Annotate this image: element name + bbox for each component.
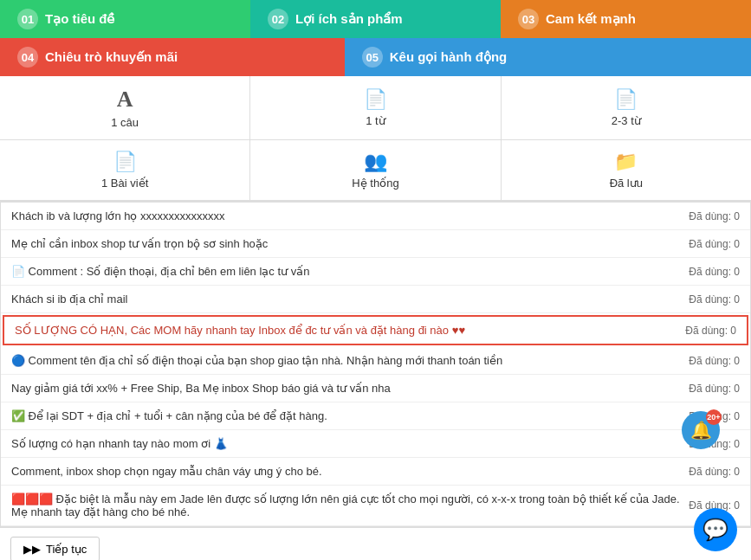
list-item[interactable]: Khách ib và lượng lớn họ xxxxxxxxxxxxxxx…	[1, 203, 750, 230]
one-sentence-label: 1 câu	[111, 116, 139, 129]
list-item[interactable]: Comment, inbox shop chọn ngay mẫu chân v…	[1, 458, 750, 486]
list-item-text: 📄 Comment : Số điện thoại, địa chỉ bên e…	[11, 265, 680, 278]
list-item[interactable]: SỐ LƯỢNG CÓ HẠN, Các MOM hãy nhanh tay I…	[3, 315, 748, 345]
content-list: Khách ib và lượng lớn họ xxxxxxxxxxxxxxx…	[0, 202, 751, 527]
list-item-count: Đã dùng: 0	[689, 238, 740, 250]
doc-icon-1: 📄	[364, 88, 387, 111]
list-item-count: Đã dùng: 0	[689, 293, 740, 306]
tab-num-2: 02	[268, 9, 288, 29]
tab-num-5: 05	[362, 47, 383, 68]
list-item-text: Comment, inbox shop chọn ngay mẫu chân v…	[11, 465, 680, 478]
next-label: Tiếp tục	[46, 543, 87, 556]
list-item[interactable]: Nay giảm giá tới xx% + Free Ship, Ba Mẹ …	[1, 375, 750, 402]
list-item-text: 🟥🟥🟥 Đặc biệt là mẫu này em Jade lên được…	[11, 492, 680, 518]
icon-saved[interactable]: 📁 Đã lưu	[502, 140, 751, 200]
tab-label-3: Cam kết mạnh	[546, 11, 636, 27]
list-item-text: Khách si ib địa chỉ mail	[11, 293, 680, 306]
list-item-count: Đã dùng: 0	[685, 325, 736, 337]
icon-one-post[interactable]: 📄 1 Bài viết	[0, 140, 250, 200]
list-item-count: Đã dùng: 0	[689, 210, 740, 222]
list-item-text: SỐ LƯỢNG CÓ HẠN, Các MOM hãy nhanh tay I…	[15, 324, 677, 337]
list-item-text: ✅ Để lại SDT + địa chỉ + tuổi + cân nặng…	[11, 409, 680, 422]
bell-badge: 20+	[706, 409, 722, 425]
folder-icon: 📁	[614, 151, 638, 173]
icon-one-word[interactable]: 📄 1 từ	[250, 76, 501, 140]
group-icon: 👥	[364, 151, 387, 173]
list-item-text: Khách ib và lượng lớn họ xxxxxxxxxxxxxxx	[11, 209, 680, 222]
bell-container: 🔔 20+	[699, 463, 737, 501]
list-item-count: Đã dùng: 0	[689, 383, 740, 395]
tab-strong-commitment[interactable]: 03 Cam kết mạnh	[501, 0, 751, 38]
list-item-text: Số lượng có hạn nhanh tay nào mom ơi 👗	[11, 437, 680, 450]
list-item[interactable]: 📄 Comment : Số điện thoại, địa chỉ bên e…	[1, 258, 750, 286]
tab-num-1: 01	[17, 9, 38, 29]
system-label: Hệ thống	[352, 177, 398, 190]
tab-promo-trick[interactable]: 04 Chiêu trò khuyến mãi	[0, 38, 345, 76]
one-word-label: 1 từ	[366, 114, 385, 127]
list-item[interactable]: Mẹ chỉ cần inbox shop tư vấn trọn bộ sơ …	[1, 230, 750, 258]
tab-row-1: 01 Tạo tiêu đề 02 Lợi ích sản phẩm 03 Ca…	[0, 0, 751, 38]
tab-label-1: Tạo tiêu đề	[45, 11, 115, 27]
list-item[interactable]: Khách si ib địa chỉ mail Đã dùng: 0	[1, 286, 750, 313]
doc-icon-3: 📄	[113, 151, 137, 173]
next-icon: ▶▶	[23, 543, 41, 556]
list-item-text: Mẹ chỉ cần inbox shop tư vấn trọn bộ sơ …	[11, 237, 680, 250]
tab-row-2: 04 Chiêu trò khuyến mãi 05 Kêu gọi hành …	[0, 38, 751, 76]
list-item-text: Nay giảm giá tới xx% + Free Ship, Ba Mẹ …	[11, 382, 680, 395]
one-post-label: 1 Bài viết	[101, 177, 148, 190]
tab-create-title[interactable]: 01 Tạo tiêu đề	[0, 0, 250, 38]
tab-label-2: Lợi ích sản phẩm	[295, 11, 403, 27]
list-item-count: Đã dùng: 0	[689, 355, 740, 367]
list-item[interactable]: 🔵 Comment tên địa chỉ số điện thoại của …	[1, 347, 750, 375]
icon-row-top: A 1 câu 📄 1 từ 📄 2-3 từ	[0, 76, 751, 140]
saved-label: Đã lưu	[610, 177, 643, 190]
next-button[interactable]: ▶▶ Tiếp tục	[10, 537, 100, 560]
icon-row-bottom: 📄 1 Bài viết 👥 Hệ thống 📁 Đã lưu	[0, 140, 751, 200]
list-item-count: Đã dùng: 0	[689, 266, 740, 278]
footer-bar: ▶▶ Tiếp tục	[0, 527, 751, 560]
list-item[interactable]: 🟥🟥🟥 Đặc biệt là mẫu này em Jade lên được…	[1, 486, 750, 526]
list-item[interactable]: Số lượng có hạn nhanh tay nào mom ơi 👗 Đ…	[1, 430, 750, 458]
two-three-words-label: 2-3 từ	[612, 114, 641, 127]
messenger-icon: 💬	[702, 518, 728, 542]
icon-one-sentence[interactable]: A 1 câu	[0, 76, 250, 140]
tab-label-4: Chiêu trò khuyến mãi	[45, 49, 178, 65]
icon-bar: A 1 câu 📄 1 từ 📄 2-3 từ 📄 1 Bài viết 👥 H…	[0, 76, 751, 202]
icon-two-three-words[interactable]: 📄 2-3 từ	[502, 76, 751, 140]
doc-icon-2: 📄	[614, 88, 638, 111]
tab-label-5: Kêu gọi hành động	[390, 49, 508, 65]
letter-a-icon: A	[117, 87, 133, 113]
icon-system[interactable]: 👥 Hệ thống	[250, 140, 501, 200]
tab-product-benefit[interactable]: 02 Lợi ích sản phẩm	[250, 0, 501, 38]
tab-call-to-action[interactable]: 05 Kêu gọi hành động	[345, 38, 751, 76]
tab-num-3: 03	[518, 9, 539, 29]
list-item-text: 🔵 Comment tên địa chỉ số điện thoại của …	[11, 354, 680, 367]
list-item[interactable]: ✅ Để lại SDT + địa chỉ + tuổi + cân nặng…	[1, 402, 750, 430]
bell-button[interactable]: 🔔 20+	[682, 411, 720, 449]
tab-num-4: 04	[17, 47, 38, 68]
messenger-button[interactable]: 💬	[694, 508, 737, 551]
